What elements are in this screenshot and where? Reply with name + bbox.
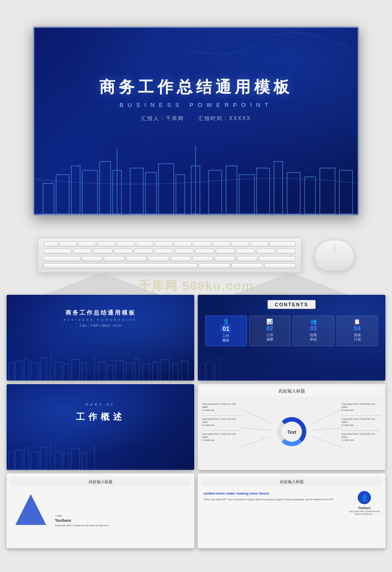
key (114, 249, 133, 254)
thumbnail-3[interactable]: PART 01 工作概述 (7, 384, 194, 470)
key (136, 242, 154, 247)
key (78, 242, 96, 247)
keyboard (38, 238, 301, 273)
key (250, 242, 269, 247)
key (195, 249, 214, 254)
key (212, 242, 230, 247)
svg-rect-15 (239, 175, 254, 214)
key (126, 256, 147, 261)
key (171, 256, 191, 261)
svg-rect-8 (145, 172, 156, 214)
content-icon-1: 👤 (223, 319, 229, 325)
key (216, 249, 235, 254)
key (73, 249, 92, 254)
svg-rect-4 (100, 161, 111, 214)
thumb1-content: 商务工作总结通用模板 BUSINESS POWERPOINT 汇报人：千库网 汇… (7, 295, 194, 381)
key (59, 242, 77, 247)
key (277, 249, 296, 254)
main-slide-content: 商务工作总结通用模板 BUSINESS POWERPOINT 汇报人：千库网 汇… (34, 28, 358, 158)
thumb1-title-en: BUSINESS POWERPOINT (12, 319, 189, 321)
key (175, 249, 194, 254)
key (93, 249, 112, 254)
svg-line-67 (240, 409, 272, 424)
thumb6-left-text: Unified fonts make reading more fluent. … (203, 491, 345, 516)
content-icon-3: 👥 (310, 319, 317, 325)
main-subtitle: 汇报人：千库网 汇报时间：XXXXX (141, 115, 251, 122)
content-icon-4: 📋 (354, 319, 360, 325)
main-slide: 商务工作总结通用模板 BUSINESS POWERPOINT 汇报人：千库网 汇… (33, 26, 359, 216)
content-label-2: 工作成果 (266, 333, 273, 342)
svg-rect-19 (305, 177, 316, 214)
svg-rect-13 (209, 170, 222, 214)
key (192, 256, 213, 261)
main-title-chinese: 商务工作总结通用模板 (99, 77, 293, 98)
thumb3-content: PART 01 工作概述 (7, 384, 194, 470)
key (214, 256, 235, 261)
content-label-3: 自我评估 (310, 333, 317, 342)
svg-rect-20 (320, 168, 335, 214)
svg-rect-16 (257, 168, 270, 214)
key (116, 242, 134, 247)
svg-line-69 (240, 436, 270, 447)
thumb5-title: 此处输入标题 (11, 478, 190, 486)
content-num-4: 04 (354, 325, 361, 332)
thumb5-text: —text Texthere Copy paste fonts. Choose … (55, 514, 188, 527)
svg-rect-17 (274, 161, 283, 214)
key (231, 242, 249, 247)
content-label-1: 工作概述 (222, 334, 229, 343)
svg-rect-3 (82, 170, 98, 214)
key (236, 249, 255, 254)
thumb6-title: 此处输入标题 (202, 478, 381, 486)
svg-rect-21 (339, 170, 352, 214)
key (174, 242, 192, 247)
thumb1-subtitle: 汇报人：千库网 汇报时间：XXXXX (12, 324, 189, 328)
thumb1-title-zh: 商务工作总结通用模板 (12, 309, 189, 317)
thumbnail-1[interactable]: 商务工作总结通用模板 BUSINESS POWERPOINT 汇报人：千库网 汇… (7, 295, 194, 381)
key (104, 256, 124, 261)
part-label: PART 01 (12, 403, 189, 407)
triangle-decoration (13, 492, 48, 527)
key (44, 249, 72, 254)
content-icon-2: 📊 (266, 319, 273, 325)
thumb4-content: 此处输入标题 Copy paste fonts. Choose the only… (198, 384, 385, 470)
thumbnail-4[interactable]: 此处输入标题 Copy paste fonts. Choose the only… (198, 384, 385, 470)
key (269, 242, 296, 247)
thumbnail-grid: 商务工作总结通用模板 BUSINESS POWERPOINT 汇报人：千库网 汇… (4, 295, 388, 548)
thumbnail-6[interactable]: 此处输入标题 Unified fonts make reading more f… (198, 473, 385, 548)
svg-line-68 (240, 428, 270, 430)
main-title-english: BUSINESS POWERPOINT (120, 102, 272, 108)
svg-rect-1 (56, 175, 69, 214)
key (134, 249, 153, 254)
content-num-2: 02 (266, 325, 273, 332)
svg-line-70 (311, 409, 343, 424)
content-item-2: 📊 02 工作成果 (249, 315, 291, 346)
content-num-3: 03 (310, 325, 317, 332)
svg-rect-9 (159, 164, 174, 214)
key (155, 242, 173, 247)
thumb2-content: CONTENTS 👤 01 工作概述 📊 02 工作成果 👥 (198, 295, 385, 381)
key (154, 249, 173, 254)
content-item-3: 👥 03 自我评估 (293, 315, 334, 346)
svg-rect-10 (176, 175, 185, 214)
mouse (315, 240, 354, 271)
spacebar-key (44, 263, 197, 268)
key (44, 256, 80, 261)
thumb5-content: 此处输入标题 —text Texthere Copy paste fonts. … (7, 473, 194, 534)
thumbnail-2[interactable]: CONTENTS 👤 01 工作概述 📊 02 工作成果 👥 (198, 295, 385, 381)
svg-rect-2 (71, 166, 80, 214)
key (44, 242, 58, 247)
key (264, 263, 296, 268)
key (82, 256, 102, 261)
key (199, 263, 230, 268)
key (237, 256, 258, 261)
content-label-4: 后续计划 (354, 333, 361, 342)
thumbnail-5[interactable]: 此处输入标题 —text Texthere Copy paste fonts. … (7, 473, 194, 548)
content-item-1: 👤 01 工作概述 (205, 315, 247, 346)
svg-rect-0 (43, 183, 54, 214)
thumb6-right: 👤 Texthere Copy paste fonts. Choose the … (349, 491, 380, 516)
thumb6-content: 此处输入标题 Unified fonts make reading more f… (198, 473, 385, 521)
key (193, 242, 211, 247)
key (98, 242, 116, 247)
svg-marker-73 (15, 494, 46, 525)
content-num-1: 01 (221, 325, 231, 333)
